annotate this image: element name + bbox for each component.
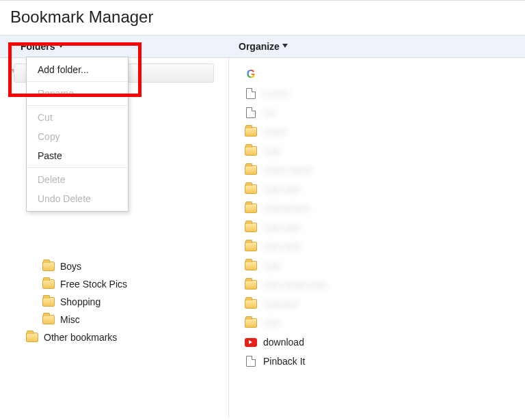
tree-item-other-bookmarks[interactable]: Other bookmarks bbox=[0, 328, 228, 346]
menu-separator bbox=[27, 105, 128, 106]
folder-icon bbox=[245, 299, 257, 309]
bookmark-row[interactable]: □ □□□ bbox=[244, 84, 525, 103]
tree-item-label: Misc bbox=[60, 314, 80, 325]
youtube-icon bbox=[245, 338, 257, 347]
bookmark-label: □□□ bbox=[263, 260, 280, 271]
bookmark-label: □□□ □□□ bbox=[263, 184, 301, 195]
organize-menu-button[interactable]: Organize bbox=[229, 36, 297, 57]
bookmark-row[interactable]: □□□ bbox=[244, 141, 525, 160]
bookmark-label: □□□□ bbox=[263, 126, 286, 137]
folder-icon bbox=[245, 204, 257, 213]
bookmark-label: □□□ bbox=[263, 145, 280, 156]
tree-item-label: Other bookmarks bbox=[44, 332, 117, 343]
folder-icon bbox=[245, 261, 257, 270]
folder-icon bbox=[245, 242, 257, 251]
folders-dropdown-menu: Add folder... Rename... Cut Copy Paste D… bbox=[26, 57, 129, 212]
folder-icon bbox=[245, 223, 257, 232]
bookmark-row-download[interactable]: download bbox=[244, 333, 525, 352]
folder-icon bbox=[245, 184, 257, 194]
folder-icon bbox=[42, 262, 55, 271]
bookmark-row-pinback[interactable]: Pinback It bbox=[244, 352, 525, 371]
folders-menu-label: Folders bbox=[21, 41, 55, 52]
bookmark-row[interactable]: □□□ bbox=[244, 256, 525, 275]
bookmark-label: □□□□□□□□ bbox=[263, 203, 310, 214]
bookmark-row[interactable]: □□□ bbox=[244, 313, 525, 333]
menu-separator bbox=[27, 167, 128, 168]
bookmark-row[interactable]: □□□ □□□ bbox=[244, 180, 525, 199]
folder-icon bbox=[42, 297, 55, 307]
bookmarks-pane: G □ □□□ □□ □□□□ □□□ □□□□ □□□□ □□□ □□□ bbox=[229, 58, 525, 418]
tree-item-shopping[interactable]: Shopping bbox=[0, 293, 228, 311]
bookmark-row[interactable]: □□□ □□□□ □□□ bbox=[244, 275, 525, 294]
bookmark-label: □□ bbox=[263, 107, 275, 118]
bookmark-row[interactable]: □□□□ □□□□ bbox=[244, 160, 525, 180]
folder-icon bbox=[26, 333, 38, 342]
folder-icon bbox=[245, 127, 257, 137]
folders-pane: Add folder... Rename... Cut Copy Paste D… bbox=[0, 58, 229, 418]
tree-item-label: Shopping bbox=[60, 296, 100, 307]
bookmark-label: Pinback It bbox=[263, 356, 305, 367]
tree-item-free-stock-pics[interactable]: Free Stock Pics bbox=[0, 275, 228, 293]
tree-item-misc[interactable]: Misc bbox=[0, 311, 228, 328]
bookmark-label: □□□ bbox=[263, 318, 280, 328]
folder-icon bbox=[42, 315, 55, 324]
bookmark-row[interactable]: □□□ □□□ bbox=[244, 218, 525, 237]
bookmark-label: □□□□□□ bbox=[263, 298, 298, 309]
folder-icon bbox=[245, 318, 257, 328]
menu-item-rename: Rename... bbox=[27, 84, 128, 103]
menu-item-copy: Copy bbox=[27, 127, 128, 146]
bookmark-row[interactable]: □□□□□□□□ bbox=[244, 199, 525, 218]
google-icon: G bbox=[245, 68, 256, 81]
folder-icon bbox=[42, 279, 55, 289]
folder-tree: Boys Free Stock Pics Shopping Misc Other… bbox=[0, 257, 228, 346]
bookmark-label: □ □□□ bbox=[263, 88, 289, 99]
menu-item-cut: Cut bbox=[27, 108, 128, 127]
bookmark-row[interactable]: □□□□□□ bbox=[244, 294, 525, 313]
menu-item-undo-delete: Undo Delete bbox=[27, 189, 128, 208]
content-area: Add folder... Rename... Cut Copy Paste D… bbox=[0, 58, 525, 418]
tree-item-label: Boys bbox=[60, 261, 81, 272]
menu-bar: Folders Organize bbox=[0, 35, 525, 58]
page-title: Bookmark Manager bbox=[10, 8, 515, 27]
folder-icon bbox=[245, 146, 257, 156]
menu-item-add-folder[interactable]: Add folder... bbox=[27, 60, 128, 79]
bookmark-row[interactable]: □□ bbox=[244, 103, 525, 122]
bookmark-label: □□□ □□□ bbox=[263, 222, 301, 233]
folder-icon bbox=[245, 165, 257, 175]
bookmark-label: □□□ □□□□ □□□ bbox=[263, 279, 326, 290]
bookmark-label: □□□ □□□ bbox=[263, 241, 301, 252]
menu-separator bbox=[27, 81, 128, 82]
bookmark-row[interactable]: □□□□ bbox=[244, 122, 525, 141]
bookmark-label: □□□□ □□□□ bbox=[263, 165, 312, 176]
folders-menu-button[interactable]: Folders bbox=[0, 36, 229, 57]
chevron-down-icon bbox=[58, 44, 64, 48]
tree-item-boys[interactable]: Boys bbox=[0, 257, 228, 275]
menu-item-paste[interactable]: Paste bbox=[27, 146, 128, 165]
file-icon bbox=[246, 107, 256, 118]
bookmark-row[interactable]: □□□ □□□ bbox=[244, 237, 525, 256]
organize-menu-label: Organize bbox=[239, 41, 280, 52]
bookmark-row[interactable]: G bbox=[244, 65, 525, 84]
file-icon bbox=[246, 356, 256, 367]
folder-icon bbox=[245, 280, 257, 290]
file-icon bbox=[246, 88, 256, 99]
bookmark-label: download bbox=[263, 337, 304, 348]
tree-item-label: Free Stock Pics bbox=[60, 279, 127, 290]
chevron-down-icon bbox=[282, 44, 288, 48]
title-bar: Bookmark Manager bbox=[0, 0, 525, 35]
menu-item-delete: Delete bbox=[27, 170, 128, 189]
